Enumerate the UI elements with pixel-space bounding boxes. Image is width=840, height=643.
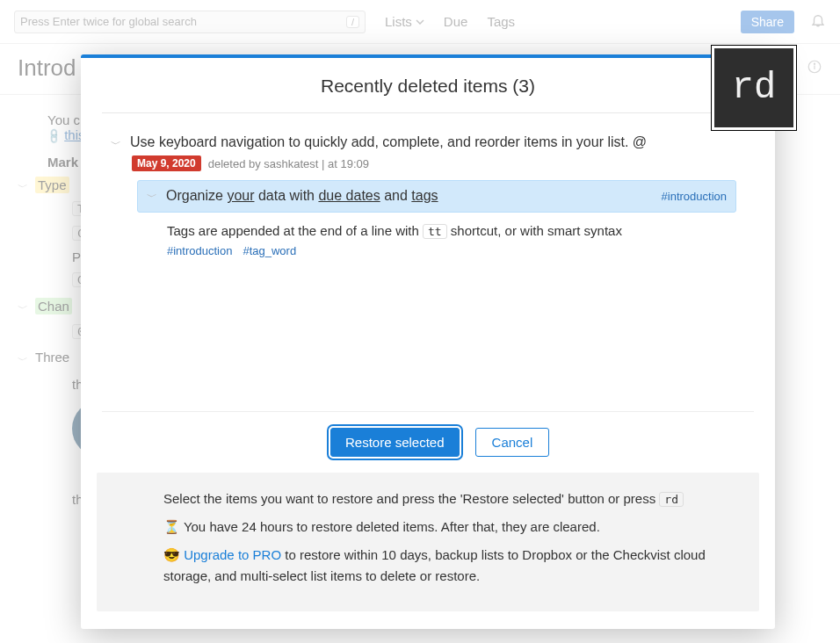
rd-shortcut-badge: rd <box>712 46 796 130</box>
deleted-item-2-selected[interactable]: ﹀ Organize your data with due dates and … <box>137 180 736 212</box>
kbd-rd: rd <box>659 492 684 507</box>
tag-introduction[interactable]: #introduction <box>167 244 232 257</box>
info-line-3: 😎 Upgrade to PRO to restore within 10 da… <box>163 545 740 587</box>
deleted-item-3-tags: #introduction #tag_word <box>167 244 736 257</box>
upgrade-pro-link[interactable]: Upgrade to PRO <box>184 547 281 562</box>
modal-body: ﹀ Use keyboard navigation to quickly add… <box>81 113 775 411</box>
chevron-down-icon[interactable]: ﹀ <box>111 137 123 152</box>
deleted-item-1[interactable]: ﹀ Use keyboard navigation to quickly add… <box>111 133 736 152</box>
deleted-item-3[interactable]: Tags are appended at the end of a line w… <box>167 221 736 242</box>
deleted-item-2-text: Organize your data with due dates and ta… <box>166 186 438 206</box>
tag-word[interactable]: #tag_word <box>243 244 296 257</box>
deleted-meta-text: deleted by sashkatest | at 19:09 <box>208 157 369 170</box>
modal-actions: Restore selected Cancel <box>102 412 754 473</box>
deleted-items-modal: Recently deleted items (3) ﹀ Use keyboar… <box>81 54 775 629</box>
deleted-item-1-meta: May 9, 2020 deleted by sashkatest | at 1… <box>132 155 736 171</box>
info-line-2: ⏳ You have 24 hours to restore deleted i… <box>163 517 740 538</box>
deleted-item-1-text: Use keyboard navigation to quickly add, … <box>130 133 647 152</box>
cancel-button[interactable]: Cancel <box>475 428 550 457</box>
info-line-1: Select the items you want to restore and… <box>163 488 740 509</box>
modal-actions-divider: Restore selected Cancel <box>102 411 754 473</box>
tag-introduction[interactable]: #introduction <box>662 190 727 203</box>
kbd-tt: tt <box>423 224 447 239</box>
modal-title: Recently deleted items (3) <box>102 58 754 113</box>
info-box: Select the items you want to restore and… <box>97 473 759 611</box>
restore-selected-button[interactable]: Restore selected <box>330 428 460 457</box>
date-badge: May 9, 2020 <box>132 155 201 171</box>
chevron-down-icon[interactable]: ﹀ <box>147 190 159 205</box>
